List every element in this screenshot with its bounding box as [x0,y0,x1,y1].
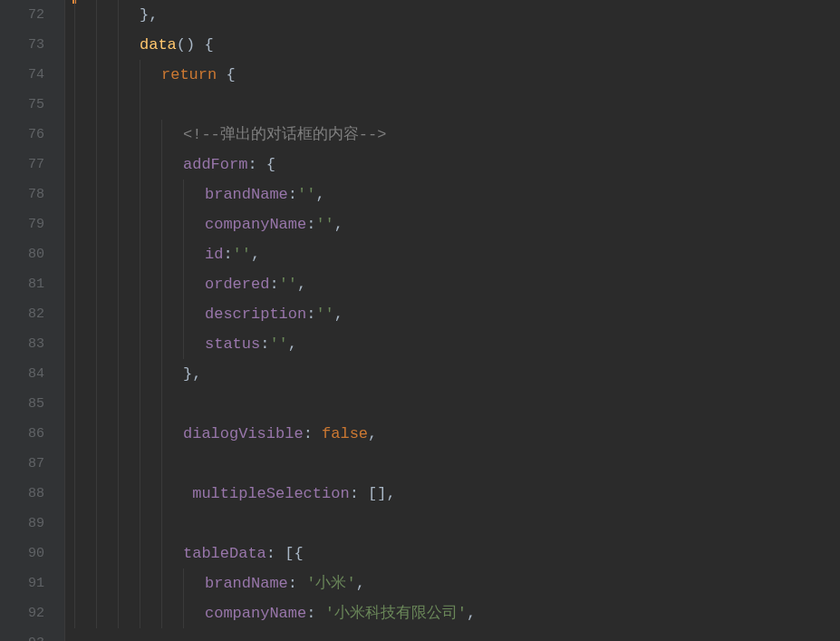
code-line-76[interactable]: <!--弹出的对话框的内容--> [72,120,840,150]
code-line-89[interactable] [72,509,840,539]
token-punc: , [368,425,377,442]
code-line-75[interactable] [72,90,840,120]
token-prop: multipleSelection [192,485,349,502]
token-str: '' [279,276,297,293]
code-line-72[interactable]: }, [72,0,840,30]
token-prop: description [205,306,306,323]
token-prop: brandName [205,575,288,592]
code-line-90[interactable]: tableData: [{ [72,539,840,568]
token-punc: , [251,246,260,263]
token-punc: , [356,575,365,592]
token-str: '' [269,335,287,353]
code-line-88[interactable]: multipleSelection: [], [72,479,840,509]
line-number: 82 [0,299,64,329]
token-punc: : [304,425,322,442]
line-number: 87 [0,449,64,479]
token-prop: dialogVisible [183,425,304,442]
token-fn: data [140,36,177,53]
code-area[interactable]: },data() {return {<!--弹出的对话框的内容-->addFor… [72,0,840,641]
line-number: 90 [0,539,64,568]
token-punc: , [288,335,297,353]
token-bool: false [322,425,368,442]
code-editor: 7273747576777879808182838485868788899091… [0,0,840,641]
line-number: 80 [0,239,64,269]
code-line-82[interactable]: description:'', [72,299,840,329]
token-punc: : [269,276,278,293]
token-prop: companyName [205,216,306,233]
token-punc: : [], [350,485,396,502]
line-number: 77 [0,150,64,180]
line-number: 72 [0,0,64,30]
code-line-91[interactable]: brandName: '小米', [72,568,840,598]
token-punc: , [297,276,306,293]
token-str: '' [315,306,333,323]
token-punc: }, [140,6,158,24]
token-prop: addForm [183,156,247,173]
token-punc: { [226,66,235,83]
code-line-74[interactable]: return { [72,60,840,90]
code-line-73[interactable]: data() { [72,30,840,60]
line-number: 81 [0,269,64,299]
token-punc: , [315,186,324,203]
token-punc [183,485,192,502]
line-number: 91 [0,568,64,598]
line-number-gutter: 7273747576777879808182838485868788899091… [0,0,64,641]
token-prop: ordered [205,276,269,293]
code-line-79[interactable]: companyName:'', [72,209,840,239]
token-punc: : { [247,156,275,173]
line-number: 85 [0,389,64,419]
line-number: 92 [0,598,64,628]
line-number: 76 [0,120,64,150]
code-line-85[interactable] [72,389,840,419]
token-punc: : [288,186,297,203]
code-line-86[interactable]: dialogVisible: false, [72,419,840,449]
line-number: 93 [0,628,64,641]
gutter-divider [64,0,72,641]
line-number: 78 [0,180,64,209]
token-comment: <!--弹出的对话框的内容--> [183,126,386,143]
token-punc: }, [183,365,201,383]
code-line-84[interactable]: }, [72,359,840,389]
token-punc: : [306,605,324,622]
line-number: 86 [0,419,64,449]
code-line-81[interactable]: ordered:'', [72,269,840,299]
line-number: 73 [0,30,64,60]
token-prop: status [205,335,260,353]
token-prop: id [205,246,223,263]
line-number: 83 [0,329,64,359]
token-str: '小米科技有限公司' [325,605,467,622]
code-line-80[interactable]: id:'', [72,239,840,269]
token-punc: : [306,306,315,323]
token-punc: : [223,246,232,263]
token-punc: : [288,575,306,592]
token-punc: : [{ [266,545,304,562]
token-prop: tableData [183,545,266,562]
token-punc: , [334,216,343,233]
line-number: 74 [0,60,64,90]
token-prop: companyName [205,605,306,622]
token-punc: : [306,216,315,233]
token-str: '' [297,186,315,203]
line-number: 84 [0,359,64,389]
line-number: 88 [0,479,64,509]
line-number: 75 [0,90,64,120]
code-line-87[interactable] [72,449,840,479]
token-kw: return [161,66,226,83]
code-line-83[interactable]: status:'', [72,329,840,359]
token-punc: , [467,605,476,622]
token-punc: , [334,306,343,323]
line-number: 79 [0,209,64,239]
token-punc: : [260,335,269,353]
code-line-92[interactable]: companyName: '小米科技有限公司', [72,598,840,628]
token-str: '' [233,246,251,263]
line-number: 89 [0,509,64,539]
code-line-78[interactable]: brandName:'', [72,180,840,209]
token-str: '小米' [306,575,355,592]
token-punc: () { [177,36,214,53]
code-line-77[interactable]: addForm: { [72,150,840,180]
token-prop: brandName [205,186,288,203]
token-str: '' [315,216,333,233]
